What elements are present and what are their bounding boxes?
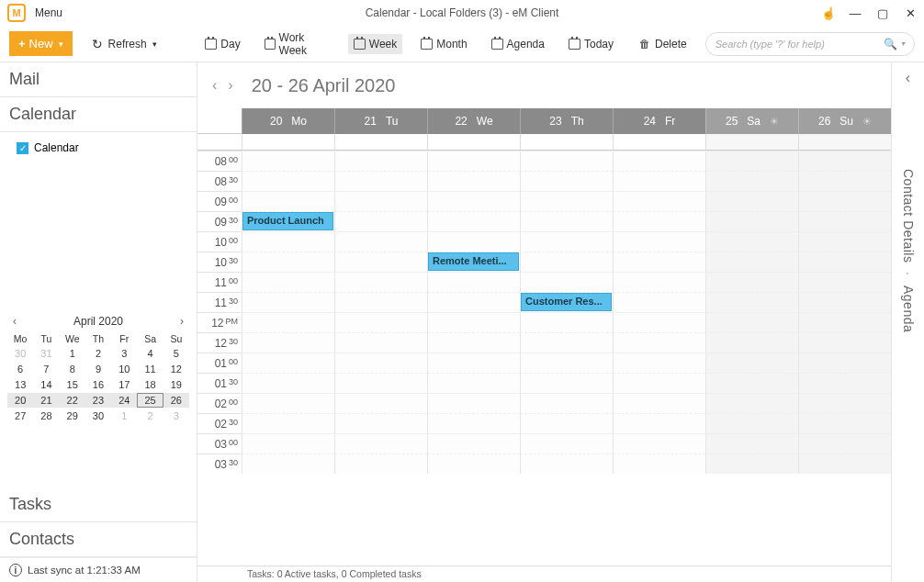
time-slot[interactable] — [242, 191, 334, 211]
datepicker-day[interactable]: 31 — [33, 346, 59, 361]
datepicker-day[interactable]: 21 — [33, 393, 59, 408]
time-slot[interactable] — [705, 292, 798, 312]
datepicker-day[interactable]: 3 — [163, 409, 189, 423]
checkbox-checked-icon[interactable]: ✓ — [17, 142, 28, 154]
nav-tasks[interactable]: Tasks — [0, 487, 197, 522]
time-slot[interactable] — [242, 272, 334, 292]
time-slot[interactable] — [705, 171, 798, 191]
time-slot[interactable] — [334, 353, 427, 373]
time-slot[interactable] — [798, 292, 891, 312]
time-slot[interactable] — [334, 393, 427, 413]
datepicker-day[interactable]: 22 — [60, 393, 85, 408]
time-slot[interactable] — [520, 272, 613, 292]
datepicker-day[interactable]: 3 — [111, 346, 137, 361]
datepicker-day[interactable]: 20 — [7, 393, 33, 408]
time-slot[interactable] — [334, 413, 427, 433]
contact-details-tab[interactable]: Contact Details — [901, 169, 916, 263]
time-slot[interactable] — [705, 373, 798, 393]
time-slot[interactable] — [427, 292, 520, 312]
time-slot[interactable] — [427, 433, 520, 453]
datepicker-day[interactable]: 11 — [137, 362, 163, 376]
time-slot[interactable] — [705, 453, 798, 474]
time-slot[interactable] — [705, 151, 798, 171]
time-slot[interactable] — [427, 332, 520, 353]
time-slot[interactable] — [334, 171, 427, 191]
time-slot[interactable] — [520, 151, 613, 171]
datepicker-day[interactable]: 13 — [7, 377, 33, 392]
time-slot[interactable] — [427, 151, 520, 171]
menu-button[interactable]: Menu — [35, 6, 62, 19]
time-slot[interactable] — [798, 373, 891, 393]
time-slot[interactable] — [427, 453, 520, 474]
view-agenda-button[interactable]: Agenda — [486, 34, 550, 54]
time-slot[interactable] — [427, 171, 520, 191]
time-slot[interactable] — [798, 393, 891, 413]
datepicker-day[interactable]: 24 — [111, 393, 137, 408]
time-slot[interactable] — [613, 272, 705, 292]
time-slot[interactable] — [705, 252, 798, 272]
datepicker-day[interactable]: 12 — [163, 362, 189, 376]
time-slot[interactable] — [242, 332, 334, 353]
time-slot[interactable] — [705, 393, 798, 413]
next-month-button[interactable]: › — [180, 315, 184, 328]
allday-cell[interactable] — [705, 134, 798, 150]
time-slot[interactable] — [613, 252, 705, 272]
day-header[interactable]: 25Sa☀ — [705, 108, 798, 134]
time-slot[interactable] — [242, 292, 334, 312]
datepicker-day[interactable]: 6 — [7, 362, 33, 376]
delete-button[interactable]: Delete — [632, 33, 693, 54]
time-slot[interactable] — [705, 413, 798, 433]
datepicker-day[interactable]: 19 — [163, 377, 189, 392]
time-slot[interactable] — [427, 413, 520, 433]
nav-mail[interactable]: Mail — [0, 62, 197, 97]
time-slot[interactable] — [705, 332, 798, 353]
time-slot[interactable] — [613, 433, 705, 453]
time-slot[interactable] — [613, 312, 705, 332]
prev-week-button[interactable]: ‹ — [212, 77, 217, 94]
time-slot[interactable] — [798, 332, 891, 353]
day-header[interactable]: 20Mo — [242, 108, 334, 134]
datepicker-day[interactable]: 29 — [60, 409, 85, 423]
time-slot[interactable] — [613, 191, 705, 211]
day-header[interactable]: 23Th — [520, 108, 613, 134]
nav-contacts[interactable]: Contacts — [0, 522, 197, 557]
time-slot[interactable] — [242, 171, 334, 191]
time-slot[interactable] — [798, 171, 891, 191]
allday-cell[interactable] — [334, 134, 427, 150]
datepicker-day[interactable]: 8 — [60, 362, 85, 376]
nav-calendar[interactable]: Calendar — [0, 97, 197, 132]
time-slot[interactable] — [242, 433, 334, 453]
time-slot[interactable] — [334, 332, 427, 353]
time-slot[interactable] — [520, 231, 613, 252]
datepicker-day[interactable]: 16 — [85, 377, 111, 392]
time-slot[interactable] — [334, 373, 427, 393]
datepicker-day[interactable]: 9 — [85, 362, 111, 376]
datepicker-day[interactable]: 25 — [137, 393, 163, 408]
time-slot[interactable] — [798, 191, 891, 211]
time-slot[interactable] — [242, 373, 334, 393]
time-slot[interactable] — [798, 252, 891, 272]
datepicker-day[interactable]: 1 — [60, 346, 85, 361]
datepicker-day[interactable]: 17 — [111, 377, 137, 392]
time-slot[interactable] — [613, 332, 705, 353]
time-slot[interactable] — [242, 151, 334, 171]
search-input[interactable]: Search (type '?' for help) 🔍 ▾ — [705, 32, 915, 56]
time-slot[interactable] — [334, 211, 427, 231]
refresh-button[interactable]: Refresh ▾ — [85, 33, 163, 54]
view-week-button[interactable]: Week — [348, 34, 402, 54]
view-month-button[interactable]: Month — [415, 34, 472, 54]
time-slot[interactable] — [798, 413, 891, 433]
time-slot[interactable] — [334, 272, 427, 292]
time-slot[interactable] — [334, 292, 427, 312]
datepicker-day[interactable]: 4 — [137, 346, 163, 361]
time-slot[interactable] — [705, 353, 798, 373]
time-slot[interactable] — [520, 393, 613, 413]
time-slot[interactable] — [520, 252, 613, 272]
time-slot[interactable] — [242, 231, 334, 252]
calendar-event[interactable]: Remote Meeti... — [428, 252, 519, 271]
expand-panel-button[interactable]: ‹ — [906, 70, 910, 86]
datepicker-day[interactable]: 14 — [33, 377, 59, 392]
time-slot[interactable] — [613, 453, 705, 474]
time-slot[interactable] — [520, 211, 613, 231]
time-slot[interactable] — [613, 231, 705, 252]
